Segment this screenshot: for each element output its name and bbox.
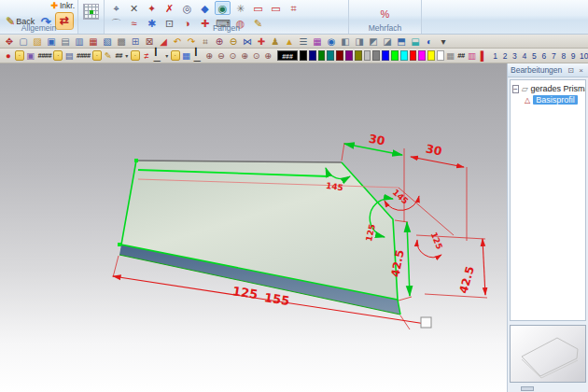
circle-pair-snap-icon[interactable]: ◎ xyxy=(179,1,195,15)
eraser-icon[interactable]: ◢ xyxy=(157,35,170,48)
list-icon[interactable]: ☰ xyxy=(297,35,310,48)
lock-pen-icon[interactable]: · xyxy=(53,50,63,61)
color-swatch-15[interactable] xyxy=(437,50,444,61)
lock-style-icon[interactable]: · xyxy=(92,50,102,61)
construction-grid-icon[interactable]: ⌗ xyxy=(199,35,212,48)
drag-handle[interactable] xyxy=(421,317,431,328)
inkr-button[interactable]: ✚ Inkr. xyxy=(50,1,75,10)
drawing-canvas[interactable]: 125 155 30 30 42.5 42.5 145 145 125 125 xyxy=(0,63,507,392)
layer-number-9[interactable]: 9 xyxy=(569,51,576,61)
lock-linetype-icon[interactable]: · xyxy=(131,50,140,61)
delete-part-icon[interactable]: ⊠ xyxy=(143,35,156,48)
surface-snap-icon[interactable]: ◉ xyxy=(215,1,231,15)
layer-number-6[interactable]: 6 xyxy=(540,51,547,61)
layer-number-8[interactable]: 8 xyxy=(560,51,567,61)
color-swatch-10[interactable] xyxy=(391,50,399,61)
lock-layer-icon[interactable]: · xyxy=(15,50,24,61)
save-drawing-icon[interactable]: ▣ xyxy=(45,35,58,48)
undo-icon[interactable]: ↶ xyxy=(171,35,184,48)
layer-number-10[interactable]: 10 xyxy=(580,51,588,61)
tree-item-gerades-prisma[interactable]: − ▱ gerades Prisma xyxy=(512,83,583,94)
prism-solid[interactable] xyxy=(118,159,400,315)
layer-number-4[interactable]: 4 xyxy=(521,51,527,61)
raise-icon[interactable]: ▲ xyxy=(283,35,296,48)
color-swatch-13[interactable] xyxy=(418,50,426,61)
tree-expander-icon[interactable]: − xyxy=(512,85,519,93)
section-icon[interactable]: ⋈ xyxy=(241,35,254,48)
frame-snap-a-icon[interactable]: ▭ xyxy=(250,1,266,15)
coordinate-input-icon[interactable]: ⌗ xyxy=(286,1,301,15)
layer-number-5[interactable]: 5 xyxy=(531,51,538,61)
new-drawing-icon[interactable]: ▢ xyxy=(17,35,30,48)
shaded-view-icon[interactable]: ◐ xyxy=(423,35,436,48)
intersection-snap-icon[interactable]: ✕ xyxy=(126,1,142,15)
view-left-icon[interactable]: ◧ xyxy=(339,35,352,48)
record-point-icon[interactable]: ● xyxy=(3,49,14,62)
view-right-icon[interactable]: ◨ xyxy=(353,35,366,48)
color-swatch-14[interactable] xyxy=(427,50,435,61)
layer-props-icon[interactable]: ▣ xyxy=(25,49,36,62)
layer-number-1[interactable]: 1 xyxy=(492,51,498,61)
print-preview-icon[interactable]: ▥ xyxy=(73,35,86,48)
polygon-snap-icon[interactable]: ✦ xyxy=(144,1,160,15)
color-swatch-1[interactable] xyxy=(309,50,316,61)
color-swatch-5[interactable] xyxy=(345,50,353,61)
solid-snap-icon[interactable]: ◆ xyxy=(197,1,213,15)
color-swatch-3[interactable] xyxy=(327,50,334,61)
delete-point-icon[interactable]: ✗ xyxy=(161,1,177,15)
active-color-swatch[interactable]: ### xyxy=(277,50,298,61)
close-icon[interactable]: × xyxy=(577,66,585,75)
view-top-icon[interactable]: ◩ xyxy=(367,35,380,48)
document-settings-icon[interactable]: ▧ xyxy=(101,35,114,48)
gravity-snap-icon[interactable]: ✳ xyxy=(232,1,248,15)
view-back-icon[interactable]: ⬓ xyxy=(409,35,422,48)
view-bottom-icon[interactable]: ◪ xyxy=(381,35,394,48)
zoom-previous-icon[interactable]: ⊙ xyxy=(251,49,262,62)
pen-props-icon[interactable]: ▤ xyxy=(63,49,75,62)
color-swatch-2[interactable] xyxy=(318,50,326,61)
part-tree-icon[interactable]: ♟ xyxy=(269,35,282,48)
color-swatch-8[interactable] xyxy=(372,50,380,61)
multi-select-icon[interactable]: % xyxy=(377,7,393,21)
layer-number-7[interactable]: 7 xyxy=(551,51,557,61)
view-front-icon[interactable]: ⬒ xyxy=(395,35,408,48)
add-geometry-icon[interactable]: ✚ xyxy=(255,35,268,48)
selection-tool-icon[interactable]: ✥ xyxy=(3,35,16,48)
document-check-icon[interactable]: ▦ xyxy=(87,35,100,48)
color-swatch-12[interactable] xyxy=(410,50,417,61)
palette-icon[interactable]: ▦ xyxy=(311,35,324,48)
color-swatch-0[interactable] xyxy=(300,50,307,61)
dimension-icon[interactable]: ⊖ xyxy=(227,35,240,48)
color-swatch-6[interactable] xyxy=(355,50,362,61)
color-swatch-7[interactable] xyxy=(364,50,371,61)
preview-pane[interactable] xyxy=(510,325,586,383)
pen-style-icon[interactable]: ✎ xyxy=(103,49,114,62)
zoom-point-snap-icon[interactable]: ⌖ xyxy=(108,1,124,15)
frame-snap-b-icon[interactable]: ▭ xyxy=(268,1,284,15)
toolbar-overflow-caret[interactable]: ▾ xyxy=(437,35,450,48)
color-dialog-icon[interactable]: ▦ xyxy=(445,49,456,62)
zoom-window-icon[interactable]: ⊙ xyxy=(228,49,239,62)
document-export-icon[interactable]: ▩ xyxy=(115,35,128,48)
linetype-icon[interactable]: ≠ xyxy=(141,49,152,62)
layer-number-3[interactable]: 3 xyxy=(511,51,518,61)
linetype-caret[interactable]: ▾ xyxy=(164,52,170,59)
color-swatch-11[interactable] xyxy=(400,50,408,61)
grid-snap-icon[interactable] xyxy=(83,4,99,20)
color-swatch-4[interactable] xyxy=(336,50,343,61)
render-icon[interactable]: ◉ xyxy=(325,35,338,48)
bar-style-icon[interactable]: ▌ xyxy=(478,49,489,62)
open-drawing-icon[interactable]: ▨ xyxy=(31,35,44,48)
zoom-in-icon[interactable]: ⊕ xyxy=(204,49,216,62)
redo-icon[interactable]: ↷ xyxy=(185,35,198,48)
print-icon[interactable]: ▤ xyxy=(59,35,72,48)
lock-color-icon[interactable]: · xyxy=(171,50,180,61)
pen-width-caret[interactable]: ▾ xyxy=(124,52,130,59)
zoom-fit-icon[interactable]: ⊕ xyxy=(239,49,250,62)
hatch-pattern-icon[interactable]: ▥ xyxy=(467,49,478,62)
insert-part-icon[interactable]: ⊞ xyxy=(129,35,142,48)
panel-resize-handle[interactable] xyxy=(521,386,534,391)
palette-grid-icon[interactable]: ▦ xyxy=(181,49,192,62)
zoom-all-icon[interactable]: ⊕ xyxy=(263,49,274,62)
measure-icon[interactable]: ⊕ xyxy=(213,35,226,48)
